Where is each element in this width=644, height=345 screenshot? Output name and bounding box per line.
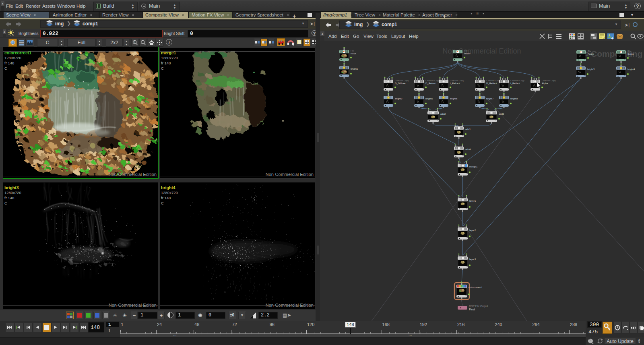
svg-text:+: +: [134, 40, 136, 44]
svg-text:bright7: bright7: [486, 97, 494, 100]
svg-text:Channel Copy: Channel Copy: [450, 79, 464, 82]
svg-text:D_Diffuse: D_Diffuse: [395, 82, 406, 85]
svg-text:add1: add1: [465, 128, 471, 130]
svg-text:colorcorrect1: colorcorrect1: [469, 286, 483, 289]
svg-text:Water: Water: [464, 52, 471, 55]
svg-text:ROP File Output: ROP File Output: [469, 305, 488, 308]
svg-text:layer3: layer3: [469, 258, 476, 260]
svg-text:Channel Copy: Channel Copy: [486, 79, 500, 82]
svg-text:add2: add2: [440, 113, 446, 115]
svg-text:File: File: [627, 50, 631, 52]
svg-text:Final: Final: [469, 308, 475, 311]
svg-text:add4: add4: [465, 148, 471, 151]
svg-text:bright1: bright1: [351, 68, 358, 70]
svg-text:File: File: [464, 50, 468, 52]
svg-text:Spray: Spray: [627, 53, 634, 55]
svg-text:−: −: [142, 40, 144, 44]
svg-text:layer1: layer1: [469, 200, 476, 202]
svg-text:merge1: merge1: [469, 165, 478, 168]
svg-text:D_Reflect: D_Reflect: [486, 82, 497, 85]
svg-text:bright6: bright6: [450, 97, 458, 100]
svg-text:bright5: bright5: [425, 97, 433, 100]
svg-text:File: File: [351, 50, 354, 52]
svg-text:bright8: bright8: [510, 97, 518, 100]
svg-text:Channel Copy: Channel Copy: [510, 79, 524, 82]
svg-text:add3: add3: [499, 113, 504, 115]
svg-text:I_Refract: I_Refract: [450, 82, 460, 85]
svg-text:bright4: bright4: [627, 68, 635, 70]
svg-text:Channel Copy: Channel Copy: [395, 79, 409, 82]
svg-text:Channel Copy: Channel Copy: [425, 79, 440, 82]
svg-text:D_Refract: D_Refract: [425, 82, 436, 85]
svg-text:Channel Copy: Channel Copy: [542, 79, 556, 82]
svg-text:Rock: Rock: [351, 52, 357, 55]
svg-text:bright3: bright3: [587, 68, 595, 70]
svg-text:File: File: [588, 50, 591, 52]
svg-text:Alpha: Alpha: [542, 82, 548, 85]
svg-text:layer2: layer2: [469, 229, 476, 231]
svg-text:bright9: bright9: [395, 97, 402, 100]
svg-text:Foam: Foam: [588, 53, 594, 55]
svg-text:I_Reflect: I_Reflect: [510, 82, 520, 85]
